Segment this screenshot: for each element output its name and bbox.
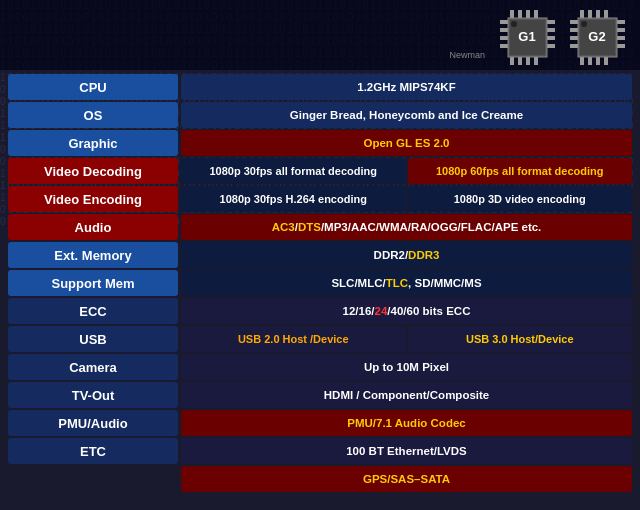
svg-rect-1 xyxy=(518,10,522,18)
table-row: PMU/AudioPMU/7.1 Audio Codec xyxy=(8,410,632,436)
spec-label: Support Mem xyxy=(8,270,178,296)
table-row: ECC12/16/24/40/60 bits ECC xyxy=(8,298,632,324)
svg-rect-5 xyxy=(518,57,522,65)
main-content: Newman xyxy=(0,0,640,498)
svg-rect-29 xyxy=(570,28,578,32)
svg-rect-10 xyxy=(500,36,508,40)
spec-value: 12/16/24/40/60 bits ECC xyxy=(181,298,632,324)
spec-label: USB xyxy=(8,326,178,352)
table-row: Video Encoding1080p 30fps H.264 encoding… xyxy=(8,186,632,212)
table-row: ETC100 BT Ethernet/LVDS xyxy=(8,438,632,464)
svg-rect-34 xyxy=(617,36,625,40)
svg-rect-2 xyxy=(526,10,530,18)
svg-rect-21 xyxy=(588,10,592,18)
spec-value: SLC/MLC/TLC, SD/MMC/MS xyxy=(181,270,632,296)
svg-rect-30 xyxy=(570,36,578,40)
spec-value: 1.2GHz MIPS74KF xyxy=(181,74,632,100)
table-row: TV-OutHDMI / Component/Composite xyxy=(8,382,632,408)
spec-label: Graphic xyxy=(8,130,178,156)
svg-rect-7 xyxy=(534,57,538,65)
svg-rect-35 xyxy=(617,44,625,48)
spec-value: PMU/7.1 Audio Codec xyxy=(181,410,632,436)
svg-rect-14 xyxy=(547,36,555,40)
table-row: CameraUp to 10M Pixel xyxy=(8,354,632,380)
svg-rect-8 xyxy=(500,20,508,24)
newman-logo: Newman xyxy=(449,50,485,60)
svg-rect-6 xyxy=(526,57,530,65)
spec-label: ETC xyxy=(8,438,178,464)
spec-label: TV-Out xyxy=(8,382,178,408)
spec-label: PMU/Audio xyxy=(8,410,178,436)
spec-value: HDMI / Component/Composite xyxy=(181,382,632,408)
svg-rect-33 xyxy=(617,28,625,32)
svg-rect-11 xyxy=(500,44,508,48)
chip-g2-icon: G2 xyxy=(570,10,625,65)
header: Newman xyxy=(0,0,640,70)
spec-value: 1080p 30fps all format decoding xyxy=(181,158,406,184)
chip-g1: G1 xyxy=(500,10,555,65)
svg-rect-23 xyxy=(604,10,608,18)
spec-value: 100 BT Ethernet/LVDS xyxy=(181,438,632,464)
svg-rect-27 xyxy=(604,57,608,65)
spec-value: 1080p 60fps all format decoding xyxy=(408,158,633,184)
svg-rect-9 xyxy=(500,28,508,32)
svg-rect-32 xyxy=(617,20,625,24)
svg-rect-13 xyxy=(547,28,555,32)
spec-value: Open GL ES 2.0 xyxy=(181,130,632,156)
svg-rect-25 xyxy=(588,57,592,65)
table-row: AudioAC3/DTS/MP3/AAC/WMA/RA/OGG/FLAC/APE… xyxy=(8,214,632,240)
spec-label: Ext. Memory xyxy=(8,242,178,268)
svg-rect-15 xyxy=(547,44,555,48)
svg-text:G1: G1 xyxy=(518,29,535,44)
spec-label: Audio xyxy=(8,214,178,240)
spec-label: CPU xyxy=(8,74,178,100)
table-row: OSGinger Bread, Honeycomb and Ice Creame xyxy=(8,102,632,128)
svg-point-38 xyxy=(581,21,587,27)
specs-table: CPU1.2GHz MIPS74KFOSGinger Bread, Honeyc… xyxy=(0,70,640,498)
svg-rect-26 xyxy=(596,57,600,65)
svg-rect-4 xyxy=(510,57,514,65)
spec-value: Ginger Bread, Honeycomb and Ice Creame xyxy=(181,102,632,128)
chip-g2: G2 xyxy=(570,10,625,65)
chip-g1-icon: G1 xyxy=(500,10,555,65)
svg-rect-28 xyxy=(570,20,578,24)
spec-label: Video Encoding xyxy=(8,186,178,212)
spec-value: USB 2.0 Host /Device xyxy=(181,326,406,352)
svg-rect-3 xyxy=(534,10,538,18)
svg-text:G2: G2 xyxy=(588,29,605,44)
spec-value: DDR2/DDR3 xyxy=(181,242,632,268)
spec-label: Video Decoding xyxy=(8,158,178,184)
svg-rect-20 xyxy=(580,10,584,18)
table-row: Ext. MemoryDDR2/DDR3 xyxy=(8,242,632,268)
spec-value: USB 3.0 Host/Device xyxy=(408,326,633,352)
svg-rect-31 xyxy=(570,44,578,48)
spec-value-split: USB 2.0 Host /DeviceUSB 3.0 Host/Device xyxy=(181,326,632,352)
svg-rect-0 xyxy=(510,10,514,18)
spec-value: AC3/DTS/MP3/AAC/WMA/RA/OGG/FLAC/APE etc. xyxy=(181,214,632,240)
chips-area: Newman xyxy=(449,10,625,65)
spec-value-split: 1080p 30fps all format decoding1080p 60f… xyxy=(181,158,632,184)
svg-rect-22 xyxy=(596,10,600,18)
spec-label: OS xyxy=(8,102,178,128)
table-row: GraphicOpen GL ES 2.0 xyxy=(8,130,632,156)
spec-label: ECC xyxy=(8,298,178,324)
table-row: Support MemSLC/MLC/TLC, SD/MMC/MS xyxy=(8,270,632,296)
spec-value: 1080p 30fps H.264 encoding xyxy=(181,186,406,212)
spec-value: GPS/SAS–SATA xyxy=(181,466,632,492)
svg-point-18 xyxy=(511,21,517,27)
table-row: Video Decoding1080p 30fps all format dec… xyxy=(8,158,632,184)
table-row: GPS/SAS–SATA xyxy=(8,466,632,492)
table-row: USBUSB 2.0 Host /DeviceUSB 3.0 Host/Devi… xyxy=(8,326,632,352)
spec-value: 1080p 3D video encoding xyxy=(408,186,633,212)
svg-rect-12 xyxy=(547,20,555,24)
spec-value-split: 1080p 30fps H.264 encoding1080p 3D video… xyxy=(181,186,632,212)
table-row: CPU1.2GHz MIPS74KF xyxy=(8,74,632,100)
spec-label: Camera xyxy=(8,354,178,380)
svg-rect-24 xyxy=(580,57,584,65)
spec-value: Up to 10M Pixel xyxy=(181,354,632,380)
